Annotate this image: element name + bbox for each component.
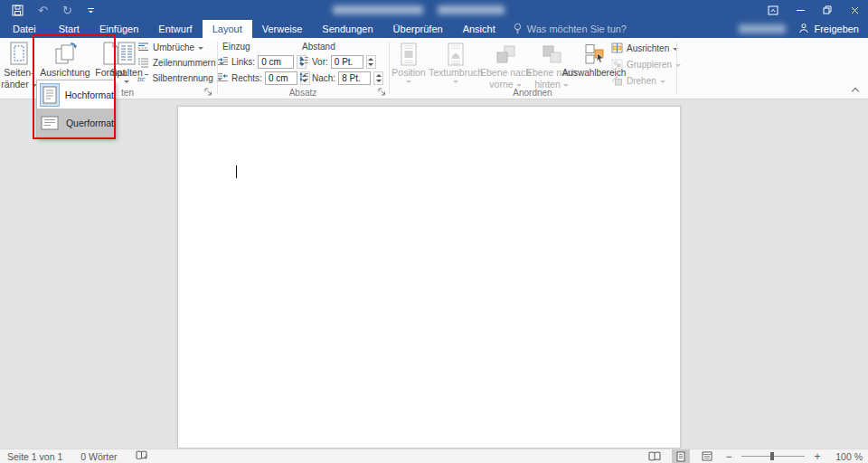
- portrait-label: Hochformat: [65, 90, 114, 100]
- tab-datei[interactable]: Datei: [0, 20, 49, 38]
- portrait-page-icon: [40, 83, 60, 107]
- paragraph-group-label: Absatz: [217, 88, 389, 98]
- tab-entwurf[interactable]: Entwurf: [148, 20, 202, 38]
- spacing-before-input[interactable]: [331, 55, 363, 69]
- text-wrap-button[interactable]: Textumbruch: [429, 40, 483, 83]
- tab-layout[interactable]: Layout: [203, 20, 252, 38]
- tell-me-box[interactable]: Was möchten Sie tun?: [513, 20, 627, 38]
- statusbar-right: − + 100 %: [646, 449, 868, 463]
- restore-icon[interactable]: [814, 0, 841, 20]
- page-setup-group-label-partial: ten: [114, 88, 141, 98]
- word-window: ↶ ↻ Datei Start Einfügen Entwurf Layout: [0, 0, 868, 463]
- undo-icon[interactable]: ↶: [38, 4, 48, 17]
- read-mode-icon[interactable]: [646, 449, 664, 463]
- minimize-icon[interactable]: [787, 0, 814, 20]
- proofing-icon[interactable]: [136, 450, 147, 462]
- lightbulb-icon: [513, 23, 523, 36]
- zoom-slider-thumb[interactable]: [770, 452, 774, 460]
- margins-icon: [8, 40, 30, 66]
- share-button[interactable]: Freigeben: [798, 23, 859, 35]
- landscape-label: Querformat: [66, 118, 114, 128]
- dropdown-arrow-icon: [406, 80, 411, 83]
- tab-sendungen[interactable]: Sendungen: [312, 20, 382, 38]
- indent-left-label: Links:: [231, 57, 255, 67]
- word-count[interactable]: 0 Wörter: [80, 451, 117, 462]
- text-wrap-icon: [446, 40, 466, 66]
- print-layout-icon[interactable]: [672, 449, 690, 463]
- document-page[interactable]: [177, 106, 681, 449]
- selection-pane-button[interactable]: Auswahlbereich: [575, 40, 613, 78]
- orientation-button[interactable]: Ausrichtung: [37, 40, 93, 83]
- send-backward-button[interactable]: Ebene nach hinten: [529, 40, 574, 90]
- tab-einfuegen[interactable]: Einfügen: [90, 20, 148, 38]
- tab-ansicht[interactable]: Ansicht: [453, 20, 505, 38]
- bring-forward-button[interactable]: Ebene nach vorne: [483, 40, 528, 90]
- columns-icon: [116, 40, 137, 66]
- orientation-icon: [53, 40, 78, 66]
- position-label: Position: [392, 68, 425, 78]
- page-setup-dialog-launcher-icon[interactable]: [204, 87, 213, 96]
- quick-access-toolbar: ↶ ↻: [0, 4, 95, 17]
- person-icon: [798, 23, 809, 35]
- spacing-before-row: Vor:: [298, 54, 376, 69]
- spacing-header: Abstand: [302, 42, 335, 52]
- align-button[interactable]: Ausrichten: [611, 42, 678, 55]
- customize-qat-icon[interactable]: [87, 6, 95, 14]
- breaks-icon: [137, 42, 149, 54]
- send-backward-icon: [540, 40, 563, 66]
- zoom-out-button[interactable]: −: [724, 450, 733, 463]
- indent-left-input[interactable]: [258, 55, 294, 69]
- spacing-after-row: Nach:: [298, 71, 383, 85]
- group-button[interactable]: Gruppieren: [611, 58, 681, 71]
- window-controls: [760, 0, 868, 20]
- hyphenation-icon: bc: [137, 73, 148, 83]
- ribbon-display-options-icon[interactable]: [760, 0, 787, 20]
- spacing-before-stepper[interactable]: [366, 55, 376, 69]
- group-label: Gruppieren: [627, 60, 672, 70]
- line-numbers-icon: [137, 57, 149, 70]
- indent-right-icon: [217, 72, 229, 84]
- zoom-slider[interactable]: [741, 449, 805, 463]
- landscape-page-icon: [40, 111, 61, 135]
- redo-icon[interactable]: ↻: [62, 4, 72, 17]
- close-icon[interactable]: [841, 0, 868, 20]
- tell-me-label: Was möchten Sie tun?: [527, 24, 627, 34]
- rotate-icon: [611, 75, 623, 88]
- breaks-button[interactable]: Umbrüche: [137, 41, 203, 54]
- tab-verweise[interactable]: Verweise: [252, 20, 313, 38]
- dropdown-arrow-icon: [124, 80, 129, 83]
- position-button[interactable]: Position: [389, 40, 429, 83]
- app-name-blurred: [438, 5, 505, 14]
- line-numbers-button[interactable]: Zeilennummern: [137, 56, 224, 70]
- dropdown-arrow-icon: [453, 80, 458, 83]
- statusbar-left: Seite 1 von 1 0 Wörter: [0, 450, 147, 462]
- tab-ueberpruefen[interactable]: Überprüfen: [383, 20, 453, 38]
- menu-item-landscape[interactable]: Querformat: [37, 109, 114, 137]
- collapse-ribbon-icon[interactable]: [852, 86, 859, 93]
- align-label: Ausrichten: [627, 43, 669, 53]
- spacing-after-input[interactable]: [338, 71, 371, 85]
- account-name-blurred: [739, 24, 786, 33]
- document-canvas: [0, 99, 868, 449]
- indent-right-input[interactable]: [265, 71, 297, 85]
- group-objects-icon: [611, 59, 623, 71]
- web-layout-icon[interactable]: [698, 449, 716, 463]
- breaks-label: Umbrüche: [153, 43, 194, 52]
- rotate-button[interactable]: Drehen: [611, 74, 665, 88]
- text-cursor: [236, 165, 237, 178]
- text-wrap-label: Textumbruch: [429, 68, 483, 78]
- menu-item-portrait[interactable]: Hochformat: [37, 80, 114, 109]
- page-indicator[interactable]: Seite 1 von 1: [7, 451, 62, 462]
- zoom-level[interactable]: 100 %: [830, 451, 863, 462]
- paragraph-dialog-launcher-icon[interactable]: [378, 87, 387, 96]
- dropdown-arrow-icon: [660, 80, 665, 83]
- zoom-in-button[interactable]: +: [813, 450, 822, 463]
- status-bar: Seite 1 von 1 0 Wörter − + 100 %: [0, 449, 868, 463]
- hyphenation-button[interactable]: bc Silbentrennung: [137, 71, 222, 85]
- dropdown-arrow-icon: [516, 84, 522, 87]
- indent-left-row: Links:: [217, 54, 307, 69]
- save-icon[interactable]: [12, 5, 24, 16]
- margins-button[interactable]: Seiten- ränder: [2, 40, 36, 90]
- spacing-after-stepper[interactable]: [373, 71, 383, 85]
- tab-start[interactable]: Start: [49, 20, 90, 38]
